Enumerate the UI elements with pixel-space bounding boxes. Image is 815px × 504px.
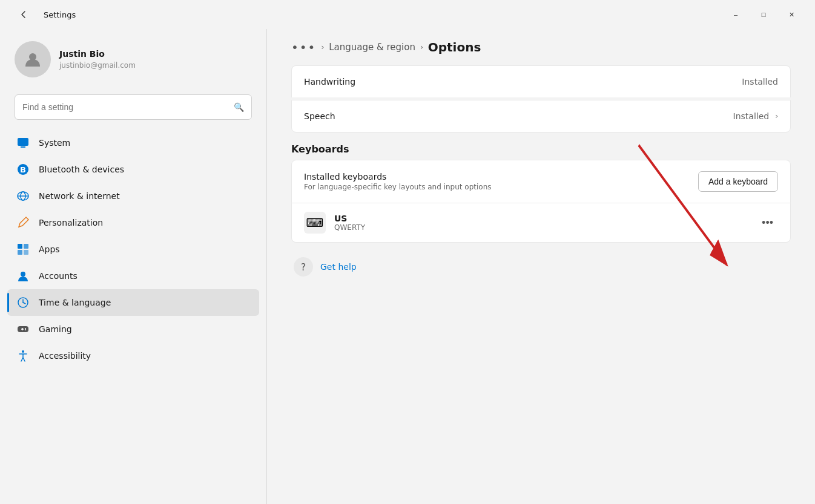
sidebar-item-label-gaming: Gaming — [39, 324, 72, 334]
installed-keyboards-sub: For language-specific key layouts and in… — [304, 183, 492, 191]
profile-name: Justin Bio — [59, 49, 136, 59]
sidebar: Justin Bio justinbio@gmail.com 🔍 System … — [0, 29, 266, 504]
add-keyboard-button[interactable]: Add a keyboard — [698, 171, 778, 192]
keyboard-icon: ⌨️ — [304, 212, 326, 234]
speech-status: Installed › — [733, 111, 778, 121]
sidebar-item-bluetooth[interactable]: B Bluetooth & devices — [7, 156, 259, 183]
svg-rect-1 — [18, 138, 28, 146]
svg-rect-9 — [24, 250, 28, 255]
keyboard-options-button[interactable]: ••• — [757, 214, 778, 232]
svg-point-10 — [21, 272, 25, 277]
bluetooth-icon: B — [16, 162, 30, 177]
sidebar-item-personalization[interactable]: Personalization — [7, 209, 259, 236]
svg-point-17 — [25, 328, 26, 329]
sidebar-item-label-accessibility: Accessibility — [39, 351, 91, 361]
sidebar-item-label-bluetooth: Bluetooth & devices — [39, 165, 124, 174]
speech-card[interactable]: Speech Installed › — [291, 100, 791, 133]
title-bar: Settings – □ ✕ — [0, 0, 815, 29]
gaming-icon — [16, 322, 30, 336]
svg-line-13 — [23, 303, 25, 304]
svg-rect-7 — [24, 244, 28, 249]
app-title: Settings — [44, 10, 76, 19]
sidebar-item-accessibility[interactable]: Accessibility — [7, 342, 259, 369]
breadcrumb-sep-1: › — [321, 43, 324, 51]
accounts-icon — [16, 269, 30, 283]
get-help-row: ? Get help — [291, 257, 791, 277]
svg-rect-6 — [18, 244, 22, 249]
svg-text:B: B — [20, 165, 26, 174]
sidebar-item-label-personalization: Personalization — [39, 218, 103, 227]
time-language-icon — [16, 295, 30, 310]
breadcrumb-dots[interactable]: ••• — [291, 40, 316, 54]
svg-rect-2 — [21, 146, 25, 148]
sidebar-item-system[interactable]: System — [7, 129, 259, 156]
installed-keyboards-card: Installed keyboards For language-specifi… — [291, 160, 791, 203]
speech-chevron-icon: › — [775, 112, 778, 120]
sidebar-item-apps[interactable]: Apps — [7, 236, 259, 263]
handwriting-card[interactable]: Handwriting Installed — [291, 65, 791, 97]
search-input[interactable] — [22, 102, 229, 112]
main-layout: Justin Bio justinbio@gmail.com 🔍 System … — [0, 29, 815, 504]
content-scroll: Handwriting Installed Speech Installed ›… — [267, 65, 815, 301]
breadcrumb-sep-2: › — [420, 43, 423, 51]
apps-icon — [16, 242, 30, 257]
search-container: 🔍 — [0, 90, 266, 129]
svg-point-19 — [22, 350, 24, 353]
speech-status-text: Installed — [733, 111, 770, 121]
handwriting-status-text: Installed — [742, 77, 778, 87]
content-scroll-wrapper: Handwriting Installed Speech Installed ›… — [267, 65, 815, 504]
installed-keyboards-label: Installed keyboards — [304, 172, 492, 182]
minimize-button[interactable]: – — [722, 5, 750, 24]
content-area: ••• › Language & region › Options Handwr… — [267, 29, 815, 504]
svg-rect-8 — [18, 250, 22, 255]
sidebar-item-label-network: Network & internet — [39, 191, 120, 201]
accessibility-icon — [16, 349, 30, 363]
maximize-button[interactable]: □ — [750, 5, 777, 24]
profile-info: Justin Bio justinbio@gmail.com — [59, 49, 136, 70]
keyboards-header-info: Installed keyboards For language-specifi… — [304, 172, 492, 191]
breadcrumb-current: Options — [428, 40, 481, 54]
back-button[interactable] — [10, 5, 38, 24]
sidebar-item-accounts[interactable]: Accounts — [7, 263, 259, 289]
handwriting-label: Handwriting — [304, 77, 355, 87]
handwriting-status: Installed — [742, 77, 778, 87]
avatar — [15, 41, 51, 77]
network-icon — [16, 189, 30, 203]
window-controls: – □ ✕ — [722, 5, 805, 24]
us-keyboard-card: ⌨️ US QWERTY ••• — [291, 203, 791, 243]
profile-section[interactable]: Justin Bio justinbio@gmail.com — [0, 29, 266, 90]
speech-label: Speech — [304, 111, 335, 121]
keyboard-name: US — [334, 214, 365, 223]
keyboards-section-header: Keyboards — [291, 143, 791, 155]
keyboard-item-left: ⌨️ US QWERTY — [304, 212, 365, 234]
sidebar-item-time-language[interactable]: Time & language — [7, 289, 259, 316]
search-icon: 🔍 — [234, 102, 244, 112]
sidebar-item-gaming[interactable]: Gaming — [7, 316, 259, 342]
keyboard-details: US QWERTY — [334, 214, 365, 232]
sidebar-item-label-accounts: Accounts — [39, 271, 78, 281]
nav-list: System B Bluetooth & devices Network & i… — [0, 129, 266, 369]
personalization-icon — [16, 215, 30, 230]
title-bar-left: Settings — [10, 5, 76, 24]
search-box: 🔍 — [15, 94, 252, 120]
sidebar-item-network[interactable]: Network & internet — [7, 183, 259, 209]
sidebar-item-label-system: System — [39, 138, 70, 148]
system-icon — [16, 136, 30, 150]
close-button[interactable]: ✕ — [777, 5, 805, 24]
svg-point-18 — [25, 329, 26, 330]
breadcrumb-parent[interactable]: Language & region — [329, 42, 415, 53]
keyboard-type: QWERTY — [334, 223, 365, 232]
get-help-link[interactable]: Get help — [320, 262, 357, 272]
sidebar-item-label-apps: Apps — [39, 244, 60, 254]
sidebar-item-label-time-language: Time & language — [39, 298, 111, 307]
get-help-icon: ? — [294, 257, 313, 277]
breadcrumb: ••• › Language & region › Options — [267, 29, 815, 65]
profile-email: justinbio@gmail.com — [59, 61, 136, 70]
